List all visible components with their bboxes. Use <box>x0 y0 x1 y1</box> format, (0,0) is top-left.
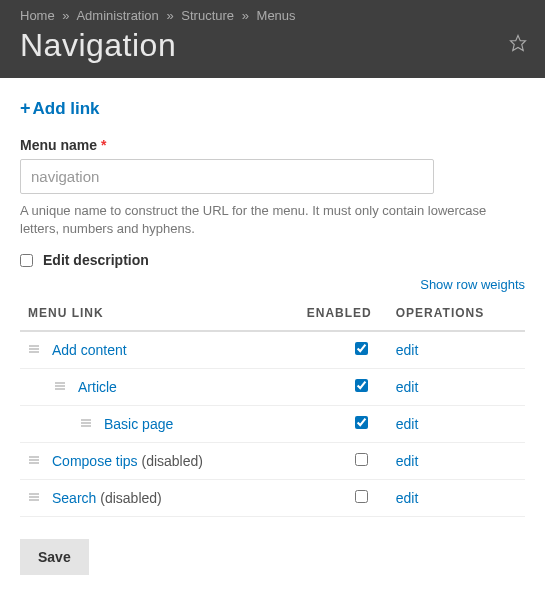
table-row: Search (disabled)edit <box>20 480 525 517</box>
breadcrumb-sep: » <box>62 8 69 23</box>
edit-link[interactable]: edit <box>396 342 419 358</box>
menu-links-table: MENU LINK ENABLED OPERATIONS Add content… <box>20 296 525 517</box>
save-button[interactable]: Save <box>20 539 89 575</box>
drag-handle-icon[interactable] <box>28 453 42 469</box>
breadcrumb: Home » Administration » Structure » Menu… <box>20 8 525 23</box>
menu-link-name[interactable]: Article <box>78 379 117 395</box>
edit-link[interactable]: edit <box>396 379 419 395</box>
th-operations: OPERATIONS <box>388 296 525 331</box>
breadcrumb-item[interactable]: Administration <box>76 8 158 23</box>
content: + Add link Menu name * A unique name to … <box>0 78 545 595</box>
menu-link-name[interactable]: Compose tips <box>52 453 138 469</box>
menu-link-name[interactable]: Basic page <box>104 416 173 432</box>
svg-marker-0 <box>511 36 526 51</box>
menu-link-cell: Compose tips (disabled) <box>28 453 263 469</box>
add-link-label: Add link <box>33 99 100 119</box>
drag-handle-icon[interactable] <box>80 416 94 432</box>
add-link-button[interactable]: + Add link <box>20 98 100 119</box>
required-mark: * <box>101 137 106 153</box>
drag-handle-icon[interactable] <box>54 379 68 395</box>
table-row: Compose tips (disabled)edit <box>20 443 525 480</box>
enabled-checkbox[interactable] <box>355 453 368 466</box>
edit-link[interactable]: edit <box>396 416 419 432</box>
menu-name-field: Menu name * A unique name to construct t… <box>20 137 525 238</box>
menu-name-description: A unique name to construct the URL for t… <box>20 202 525 238</box>
show-row-weights: Show row weights <box>20 276 525 292</box>
table-row: Articleedit <box>20 369 525 406</box>
menu-link-cell: Search (disabled) <box>28 490 263 506</box>
plus-icon: + <box>20 98 31 119</box>
breadcrumb-item[interactable]: Menus <box>257 8 296 23</box>
edit-link[interactable]: edit <box>396 453 419 469</box>
table-row: Add contentedit <box>20 331 525 369</box>
menu-link-cell: Add content <box>28 342 263 358</box>
drag-handle-icon[interactable] <box>28 342 42 358</box>
breadcrumb-item[interactable]: Home <box>20 8 55 23</box>
enabled-checkbox[interactable] <box>355 490 368 503</box>
menu-link-cell: Article <box>28 379 263 395</box>
edit-description-checkbox[interactable] <box>20 254 33 267</box>
star-icon[interactable] <box>509 34 527 55</box>
enabled-checkbox[interactable] <box>355 342 368 355</box>
th-enabled: ENABLED <box>271 296 388 331</box>
th-menu-link: MENU LINK <box>20 296 271 331</box>
menu-link-name[interactable]: Add content <box>52 342 127 358</box>
menu-link-cell: Basic page <box>28 416 263 432</box>
page-header: Home » Administration » Structure » Menu… <box>0 0 545 78</box>
disabled-suffix: (disabled) <box>138 453 203 469</box>
edit-description-label: Edit description <box>43 252 149 268</box>
edit-description-row: Edit description <box>20 252 525 268</box>
drag-handle-icon[interactable] <box>28 490 42 506</box>
menu-link-name[interactable]: Search <box>52 490 96 506</box>
breadcrumb-sep: » <box>242 8 249 23</box>
enabled-checkbox[interactable] <box>355 379 368 392</box>
disabled-suffix: (disabled) <box>96 490 161 506</box>
show-row-weights-link[interactable]: Show row weights <box>420 277 525 292</box>
breadcrumb-item[interactable]: Structure <box>181 8 234 23</box>
table-row: Basic pageedit <box>20 406 525 443</box>
breadcrumb-sep: » <box>166 8 173 23</box>
edit-link[interactable]: edit <box>396 490 419 506</box>
page-title: Navigation <box>20 27 525 64</box>
menu-name-label: Menu name * <box>20 137 525 153</box>
menu-name-input[interactable] <box>20 159 434 194</box>
enabled-checkbox[interactable] <box>355 416 368 429</box>
